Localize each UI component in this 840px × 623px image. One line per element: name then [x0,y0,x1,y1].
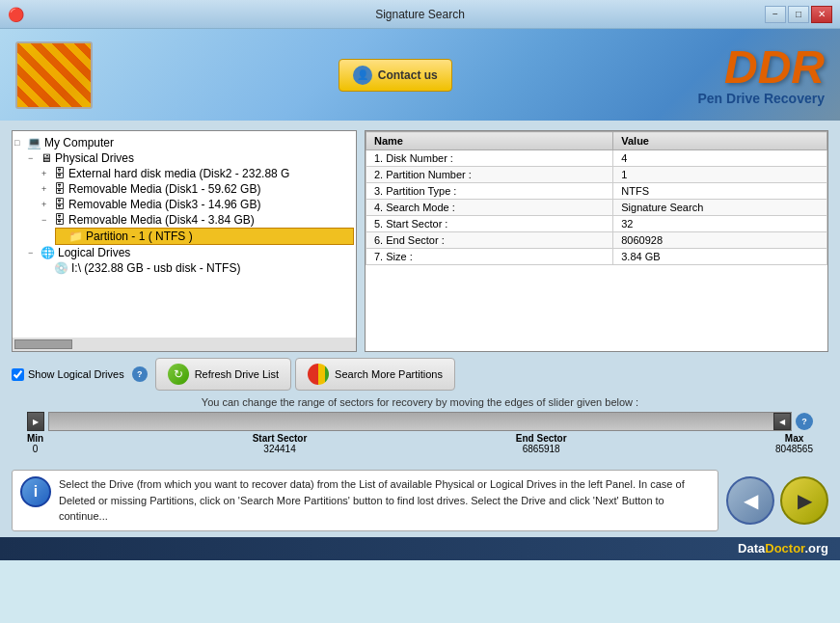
row-value-cell: 32 [613,216,827,232]
logical-drives-item[interactable]: − 🌐 Logical Drives [28,245,354,260]
computer-icon: 💻 [27,136,41,149]
app-icon: 🔴 [8,7,24,22]
slider-help-button[interactable]: ? [796,413,813,430]
show-logical-label[interactable]: Show Logical Drives [12,368,124,381]
search-partitions-button[interactable]: Search More Partitions [295,358,455,391]
footer-doctor: Doctor [765,541,804,555]
footer-text: DataDoctor.org [738,541,828,555]
row-value-cell: 3.84 GB [613,249,827,265]
table-row: 2. Partition Number :1 [366,167,827,183]
window-title: Signature Search [375,8,465,21]
table-row: 1. Disk Number :4 [366,150,827,167]
slider-label: You can change the range of sectors for … [12,396,828,408]
slider-max-val: 8048565 [775,444,813,454]
main-content: □ 💻 My Computer − 🖥 Physical Drives + 🗄 … [0,121,840,464]
table-row: 5. Start Sector :32 [366,216,827,232]
slider-start-val: 324414 [263,444,295,454]
logo-pattern [17,43,91,107]
refresh-button[interactable]: ↻ Refresh Drive List [155,358,291,391]
col-name-header: Name [366,132,613,150]
slider-left-button[interactable]: ▶ [27,412,44,431]
disk1-label: Removable Media (Disk1 - 59.62 GB) [68,182,260,196]
action-buttons: ↻ Refresh Drive List Search More Partiti… [155,358,455,391]
logical-drives-label: Logical Drives [58,246,130,259]
slider-right-thumb[interactable]: ◀ [773,413,791,430]
title-bar-left: 🔴 [8,7,24,22]
disk2-label: External hard disk media (Disk2 - 232.88… [68,167,289,180]
disk3-item[interactable]: + 🗄 Removable Media (Disk3 - 14.96 GB) [41,197,354,212]
partition-icon: 📁 [68,230,83,243]
tree-root[interactable]: □ 💻 My Computer [14,135,354,150]
disk3-label: Removable Media (Disk3 - 14.96 GB) [68,198,260,211]
details-table: Name Value 1. Disk Number :42. Partition… [366,131,827,265]
disk4-label: Removable Media (Disk4 - 3.84 GB) [68,213,255,227]
brand-area: DDR Pen Drive Recovery [697,44,825,106]
i-drive-item[interactable]: 💿 I:\ (232.88 GB - usb disk - NTFS) [41,260,354,276]
nav-buttons: ◀ ▶ [726,470,828,531]
slider-max-group: Max 8048565 [775,433,813,454]
refresh-label: Refresh Drive List [195,368,279,380]
row-value-cell: 8060928 [613,232,827,249]
col-value-header: Value [613,132,827,150]
brand-ddr: DDR [697,44,825,91]
tree-hscroll[interactable] [13,338,356,351]
slider-min-group: Min 0 [27,433,43,454]
table-row: 6. End Sector :8060928 [366,232,827,249]
disk1-item[interactable]: + 🗄 Removable Media (Disk1 - 59.62 GB) [41,181,354,197]
row-name-cell: 1. Disk Number : [366,150,613,167]
footer-data: Data [738,541,765,555]
table-row: 4. Search Mode :Signature Search [366,200,827,216]
restore-button[interactable]: □ [788,6,809,23]
slider-min-val: 0 [33,444,39,454]
physical-drives-item[interactable]: − 🖥 Physical Drives [28,150,354,166]
expand-icon: □ [14,138,24,148]
contact-icon: 👤 [353,66,372,85]
slider-track-container: ▶ ◀ ? [12,412,828,431]
show-logical-checkbox[interactable] [12,368,24,381]
disk2-item[interactable]: + 🗄 External hard disk media (Disk2 - 23… [41,166,354,181]
row-name-cell: 5. Start Sector : [366,216,613,232]
slider-section: You can change the range of sectors for … [12,396,828,454]
back-button[interactable]: ◀ [726,476,774,525]
slider-end-val: 6865918 [523,444,560,454]
tree-scroll-area[interactable]: □ 💻 My Computer − 🖥 Physical Drives + 🗄 … [13,131,356,338]
disk4-item[interactable]: − 🗄 Removable Media (Disk4 - 3.84 GB) [41,212,354,228]
slider-end-group: End Sector 6865918 [516,433,567,454]
panels-row: □ 💻 My Computer − 🖥 Physical Drives + 🗄 … [12,130,828,352]
row-name-cell: 7. Size : [366,249,613,265]
table-row: 3. Partition Type :NTFS [366,183,827,200]
logo-box [15,41,93,109]
brand-sub: Pen Drive Recovery [697,91,825,106]
info-text: Select the Drive (from which you want to… [59,476,710,525]
controls-row: Show Logical Drives ? ↻ Refresh Drive Li… [12,358,828,391]
expand-icon-4: + [41,184,51,194]
expand-icon-8: − [28,248,38,257]
partition1-item[interactable]: 📁 Partition - 1 ( NTFS ) [55,228,354,245]
slider-max-label: Max [785,433,803,444]
minimize-button[interactable]: − [765,6,786,23]
expand-icon-6: − [41,215,51,225]
row-name-cell: 4. Search Mode : [366,200,613,216]
physical-drives-label: Physical Drives [55,151,134,165]
show-logical-text: Show Logical Drives [28,368,124,380]
slider-end-label: End Sector [516,433,567,444]
slider-track[interactable]: ◀ [48,412,792,431]
contact-button[interactable]: 👤 Contact us [339,59,452,92]
header-area: 👤 Contact us DDR Pen Drive Recovery [0,29,840,121]
row-value-cell: 1 [613,167,827,183]
help-button[interactable]: ? [132,366,148,382]
row-name-cell: 3. Partition Type : [366,183,613,200]
hscroll-thumb[interactable] [14,339,72,349]
close-button[interactable]: ✕ [811,6,832,23]
row-value-cell: Signature Search [613,200,827,216]
disk4-icon: 🗄 [54,213,66,227]
slider-start-label: Start Sector [253,433,308,444]
title-bar: 🔴 Signature Search − □ ✕ [0,0,840,29]
contact-label: Contact us [378,68,438,82]
i-drive-label: I:\ (232.88 GB - usb disk - NTFS) [71,261,240,275]
i-drive-icon: 💿 [54,261,68,275]
slider-start-group: Start Sector 324414 [253,433,308,454]
row-value-cell: 4 [613,150,827,167]
details-panel: Name Value 1. Disk Number :42. Partition… [365,130,828,352]
next-button[interactable]: ▶ [780,476,828,525]
